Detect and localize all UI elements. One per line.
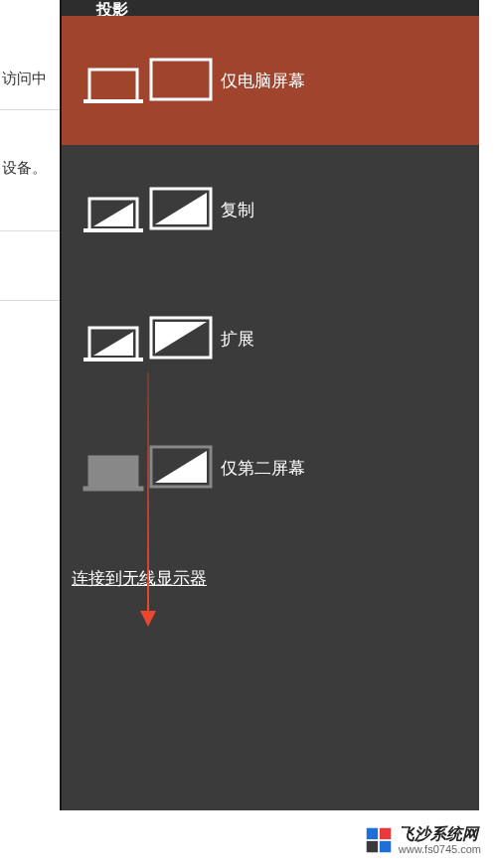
svg-rect-9	[89, 457, 137, 489]
option-label: 仅电脑屏幕	[221, 70, 305, 92]
second-screen-only-icon	[82, 443, 216, 493]
pc-screen-only-icon	[82, 56, 216, 105]
svg-rect-0	[89, 70, 137, 101]
option-label: 复制	[221, 199, 254, 221]
svg-rect-4	[83, 228, 143, 232]
watermark: 飞沙系统网 www.fs0745.com	[357, 820, 489, 860]
svg-rect-15	[380, 841, 391, 852]
extend-icon	[82, 314, 216, 363]
project-option-extend[interactable]: 扩展	[62, 274, 479, 403]
divider	[0, 230, 60, 231]
watermark-title: 飞沙系统网	[399, 824, 481, 843]
svg-rect-10	[83, 487, 143, 491]
option-label: 仅第二屏幕	[221, 457, 305, 480]
divider	[0, 300, 60, 301]
bg-text-truncated-1: 访问中	[2, 70, 47, 88]
svg-rect-13	[380, 828, 391, 839]
svg-rect-1	[83, 99, 143, 103]
background-settings: 访问中 设备。	[0, 0, 60, 868]
project-panel: 投影 仅电脑屏幕	[60, 0, 479, 810]
project-option-second-only[interactable]: 仅第二屏幕	[62, 403, 479, 532]
svg-rect-7	[83, 358, 143, 362]
wireless-display-link[interactable]: 连接到无线显示器	[72, 567, 207, 590]
option-label: 扩展	[221, 328, 254, 351]
divider	[0, 109, 60, 110]
panel-title: 投影	[62, 0, 479, 16]
duplicate-icon	[82, 185, 216, 234]
svg-rect-12	[367, 828, 378, 839]
svg-rect-2	[151, 60, 211, 99]
watermark-url: www.fs0745.com	[399, 843, 481, 856]
bg-text-truncated-2: 设备。	[2, 159, 47, 178]
svg-rect-14	[367, 841, 378, 852]
project-option-duplicate[interactable]: 复制	[62, 145, 479, 274]
watermark-logo-icon	[365, 826, 393, 854]
project-option-pc-only[interactable]: 仅电脑屏幕	[62, 16, 479, 145]
